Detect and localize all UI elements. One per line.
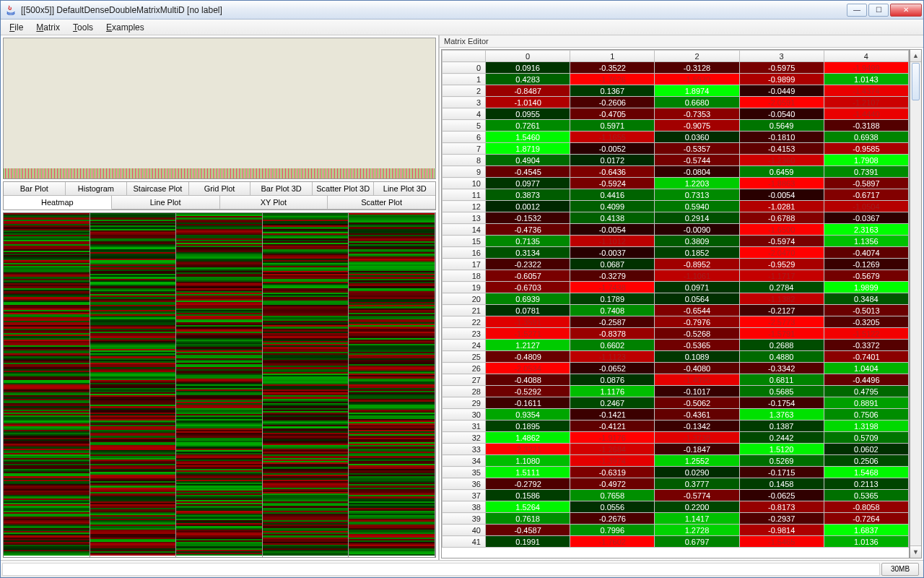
cell[interactable]: -1.1717 [739,270,824,282]
row-header[interactable]: 24 [443,340,486,351]
row-header[interactable]: 6 [443,131,486,143]
cell[interactable]: 0.7135 [486,236,570,247]
cell[interactable]: 0.7618 [486,513,570,525]
cell[interactable]: -0.4587 [486,525,570,536]
cell[interactable]: 0.1789 [570,293,655,305]
cell[interactable]: 0.4099 [570,201,655,212]
cell[interactable]: -0.4121 [570,420,655,432]
cell[interactable]: 1.2728 [655,525,739,536]
tab-scatter3d[interactable]: Scatter Plot 3D [313,182,375,196]
cell[interactable]: -0.6544 [655,305,739,316]
cell[interactable]: 0.5685 [739,386,824,397]
col-header-2[interactable]: 2 [655,51,739,62]
col-header-0[interactable]: 0 [486,51,570,62]
cell[interactable]: -0.5292 [486,386,570,397]
tab-staircase[interactable]: Staircase Plot [127,182,189,196]
col-header-4[interactable]: 4 [824,51,908,62]
cell[interactable]: -0.6788 [739,212,824,224]
cell[interactable]: -0.2322 [486,259,570,270]
cell[interactable]: -0.5365 [655,340,739,351]
row-header[interactable]: 5 [443,120,486,131]
tab-barplot3d[interactable]: Bar Plot 3D [250,182,313,196]
cell[interactable]: -0.0652 [570,363,655,374]
heatmap-plot[interactable] [3,212,436,558]
cell[interactable]: 1.1080 [486,455,570,467]
cell[interactable]: -1.0504 [824,201,908,212]
row-header[interactable]: 2 [443,85,486,97]
cell[interactable]: 0.5365 [824,490,908,501]
cell[interactable]: -0.6436 [570,166,655,178]
cell[interactable]: -0.3522 [570,62,655,74]
cell[interactable]: 0.7658 [570,490,655,501]
cell[interactable]: -1.5930 [655,74,739,85]
cell[interactable]: -0.3279 [570,270,655,282]
cell[interactable]: 0.9354 [486,409,570,420]
cell[interactable]: -0.7264 [824,513,908,525]
cell[interactable]: -0.4705 [570,108,655,120]
cell[interactable]: -0.4736 [486,224,570,236]
cell[interactable]: -0.4080 [655,363,739,374]
menu-examples[interactable]: Examples [100,21,150,34]
row-header[interactable]: 29 [443,397,486,409]
tab-gridplot[interactable]: Grid Plot [189,182,251,196]
cell[interactable]: -0.8378 [570,328,655,340]
cell[interactable]: 0.0977 [486,178,570,189]
cell[interactable]: -0.4545 [486,166,570,178]
cell[interactable]: -0.5268 [655,328,739,340]
cell[interactable]: -0.1017 [655,386,739,397]
cell[interactable]: -0.5357 [655,143,739,155]
cell[interactable]: -0.0037 [570,247,655,259]
cell[interactable]: 0.1458 [739,478,824,490]
cell[interactable]: -2.0591 [739,97,824,108]
cell[interactable]: -0.4153 [739,143,824,155]
cell[interactable]: 0.1895 [486,420,570,432]
cell[interactable]: 1.3198 [824,420,908,432]
cell[interactable]: -1.3974 [570,455,655,467]
cell[interactable]: -0.3342 [739,363,824,374]
cell[interactable]: -0.1611 [486,397,570,409]
cell[interactable]: 0.2442 [739,432,824,444]
close-button[interactable]: ✕ [890,4,922,17]
cell[interactable]: 0.4880 [739,351,824,363]
cell[interactable]: 1.0143 [824,74,908,85]
cell[interactable]: 0.4795 [824,386,908,397]
cell[interactable]: -0.7401 [824,351,908,363]
row-header[interactable]: 16 [443,247,486,259]
scroll-thumb[interactable] [912,63,920,100]
row-header[interactable]: 3 [443,97,486,108]
cell[interactable]: 1.9899 [824,282,908,293]
cell[interactable]: -0.5897 [824,178,908,189]
cell[interactable]: 1.8974 [655,85,739,97]
cell[interactable]: 0.1991 [486,536,570,548]
cell[interactable]: 1.5460 [486,131,570,143]
cell[interactable]: 1.0404 [824,363,908,374]
cell[interactable]: -0.3372 [824,340,908,351]
cell[interactable]: -0.0449 [739,85,824,97]
cell[interactable]: -0.3128 [655,62,739,74]
cell[interactable]: -0.8952 [655,259,739,270]
cell[interactable]: 0.4283 [486,74,570,85]
cell[interactable]: -1.0281 [739,201,824,212]
tab-histogram[interactable]: Histogram [66,182,128,196]
cell[interactable]: 0.7408 [570,305,655,316]
cell[interactable]: 0.0955 [486,108,570,120]
cell[interactable]: -0.4972 [570,478,655,490]
cell[interactable]: 1.0136 [824,536,908,548]
row-header[interactable]: 22 [443,316,486,328]
cell[interactable]: -0.8173 [739,501,824,513]
cell[interactable]: 0.0781 [486,305,570,316]
row-header[interactable]: 9 [443,166,486,178]
cell[interactable]: 0.0602 [824,444,908,455]
cell[interactable]: -0.2676 [570,513,655,525]
cell[interactable]: 0.6459 [739,166,824,178]
cell[interactable]: 0.7261 [486,120,570,131]
cell[interactable]: 0.0687 [570,259,655,270]
menu-file[interactable]: File [4,21,29,34]
cell[interactable]: -0.5774 [655,490,739,501]
cell[interactable]: -1.1012 [570,236,655,247]
cell[interactable]: -0.7976 [655,316,739,328]
cell[interactable]: -1.1655 [570,131,655,143]
cell[interactable]: 1.2552 [655,455,739,467]
cell[interactable]: 0.0876 [570,374,655,386]
cell[interactable]: -0.2606 [570,97,655,108]
